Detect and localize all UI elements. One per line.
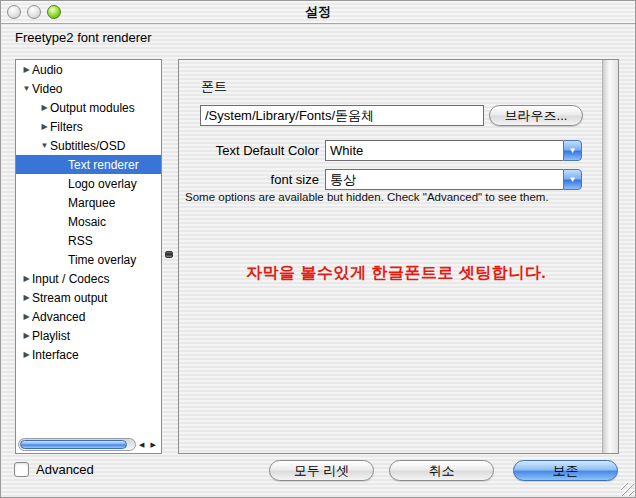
disclosure-triangle-icon[interactable]: ▶ <box>21 326 32 345</box>
chevron-down-icon: ▼ <box>569 176 577 184</box>
titlebar[interactable]: 설정 <box>1 1 635 24</box>
disclosure-triangle-icon[interactable]: ▶ <box>39 98 50 117</box>
hidden-options-note: Some options are available but hidden. C… <box>185 191 549 203</box>
text-renderer-panel: 폰트 브라우즈... Text Default Color ▼ font siz… <box>178 59 619 454</box>
sidebar-item-input-codecs[interactable]: ▶ Input / Codecs <box>16 269 161 288</box>
sidebar-item-text-renderer[interactable]: Text renderer <box>16 155 161 174</box>
sidebar-item-label: Audio <box>32 63 63 77</box>
sidebar-item-label: Playlist <box>32 329 70 343</box>
text-default-color-combo: ▼ <box>325 140 582 161</box>
advanced-checkbox-label: Advanced <box>36 462 94 477</box>
sidebar-item-advanced[interactable]: ▶ Advanced <box>16 307 161 326</box>
korean-annotation-text: 자막을 볼수있게 한글폰트로 셋팅합니다. <box>246 263 546 284</box>
advanced-checkbox[interactable] <box>14 462 29 477</box>
sidebar-item-audio[interactable]: ▶ Audio <box>16 60 161 79</box>
disclosure-triangle-icon[interactable]: ▶ <box>21 345 32 364</box>
scroll-right-icon[interactable]: ▶ <box>148 437 160 452</box>
disclosure-triangle-icon[interactable]: ▶ <box>21 288 32 307</box>
advanced-checkbox-group[interactable]: Advanced <box>14 461 94 477</box>
sidebar-item-subtitles-osd[interactable]: ▼ Subtitles/OSD <box>16 136 161 155</box>
scrollbar-track[interactable] <box>18 438 136 451</box>
disclosure-triangle-icon[interactable]: ▶ <box>21 269 32 288</box>
sidebar-item-label: Filters <box>50 120 83 134</box>
disclosure-triangle-icon[interactable]: ▼ <box>39 136 50 155</box>
page-title: Freetype2 font renderer <box>15 30 152 45</box>
sidebar-item-label: Stream output <box>32 291 107 305</box>
sidebar-item-label: Logo overlay <box>68 177 137 191</box>
settings-window: 설정 Freetype2 font renderer ▶ Audio ▼ Vid… <box>0 0 636 498</box>
text-default-color-label: Text Default Color <box>179 140 319 161</box>
sidebar-item-video[interactable]: ▼ Video <box>16 79 161 98</box>
save-button[interactable]: 보존 <box>513 460 618 481</box>
sidebar-item-label: Output modules <box>50 101 135 115</box>
sidebar-item-playlist[interactable]: ▶ Playlist <box>16 326 161 345</box>
combo-dropdown-button[interactable]: ▼ <box>563 169 582 190</box>
sidebar-item-label: Advanced <box>32 310 85 324</box>
font-path-input[interactable] <box>200 105 484 126</box>
sidebar-item-interface[interactable]: ▶ Interface <box>16 345 161 364</box>
sidebar-item-label: Interface <box>32 348 79 362</box>
sidebar-item-label: Marquee <box>68 196 115 210</box>
reset-all-button[interactable]: 모두 리셋 <box>269 460 374 481</box>
resize-grip[interactable] <box>621 483 634 496</box>
font-size-combo: ▼ <box>325 169 582 190</box>
chevron-down-icon: ▼ <box>569 147 577 155</box>
sidebar-item-mosaic[interactable]: Mosaic <box>16 212 161 231</box>
sidebar-item-logo-overlay[interactable]: Logo overlay <box>16 174 161 193</box>
combo-dropdown-button[interactable]: ▼ <box>563 140 582 161</box>
sidebar-item-output-modules[interactable]: ▶ Output modules <box>16 98 161 117</box>
sidebar-item-label: Input / Codecs <box>32 272 109 286</box>
disclosure-triangle-icon[interactable]: ▶ <box>39 117 50 136</box>
disclosure-triangle-icon[interactable]: ▼ <box>21 79 32 98</box>
scroll-left-icon[interactable]: ◀ <box>136 437 148 452</box>
browse-button[interactable]: 브라우즈... <box>489 105 583 126</box>
panel-vertical-scrollbar[interactable] <box>602 60 618 453</box>
sidebar-item-rss[interactable]: RSS <box>16 231 161 250</box>
font-size-label: font size <box>179 169 319 190</box>
sidebar-item-label: Time overlay <box>68 253 136 267</box>
sidebar-item-label: Mosaic <box>68 215 106 229</box>
cancel-button[interactable]: 취소 <box>389 460 494 481</box>
sidebar-item-stream-output[interactable]: ▶ Stream output <box>16 288 161 307</box>
sidebar-item-label: Text renderer <box>68 158 139 172</box>
sidebar-item-label: Video <box>32 82 62 96</box>
disclosure-triangle-icon[interactable]: ▶ <box>21 60 32 79</box>
scrollbar-thumb[interactable] <box>20 440 127 449</box>
sidebar-item-label: Subtitles/OSD <box>50 139 125 153</box>
window-title: 설정 <box>1 1 635 23</box>
tree-horizontal-scrollbar[interactable]: ◀ ▶ <box>18 437 159 452</box>
sidebar-item-label: RSS <box>68 234 93 248</box>
preferences-tree: ▶ Audio ▼ Video ▶ Output modules ▶ Filte… <box>15 59 162 454</box>
sidebar-item-filters[interactable]: ▶ Filters <box>16 117 161 136</box>
sidebar-item-time-overlay[interactable]: Time overlay <box>16 250 161 269</box>
sidebar-item-marquee[interactable]: Marquee <box>16 193 161 212</box>
font-section-label: 폰트 <box>201 78 227 96</box>
text-default-color-input[interactable] <box>325 140 563 161</box>
font-size-input[interactable] <box>325 169 563 190</box>
disclosure-triangle-icon[interactable]: ▶ <box>21 307 32 326</box>
splitter-handle[interactable] <box>165 251 173 258</box>
